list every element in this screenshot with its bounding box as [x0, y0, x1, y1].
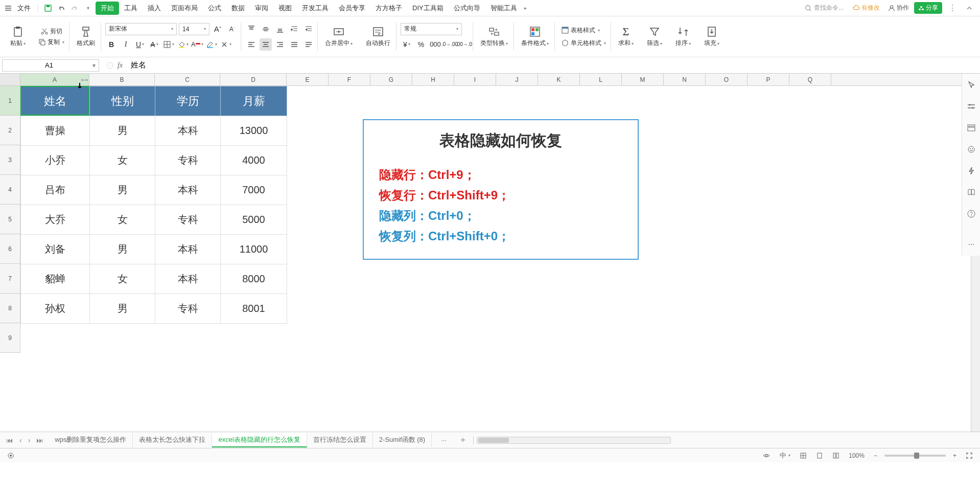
table-cell[interactable]: 5000 [221, 205, 287, 235]
view-pagebreak-icon[interactable] [830, 452, 842, 459]
justify-icon[interactable] [288, 38, 300, 51]
menu-tab-2[interactable]: 插入 [143, 2, 166, 15]
cells-area[interactable]: 姓名性别学历月薪曹操男本科13000小乔女专科4000吕布男本科7000大乔女专… [20, 86, 971, 353]
column-header-B[interactable]: B [89, 74, 155, 85]
borders-icon[interactable]: ▾ [162, 38, 175, 51]
table-cell[interactable]: 孙权 [21, 294, 90, 324]
column-header-E[interactable]: E [287, 74, 329, 85]
book-icon[interactable] [965, 186, 977, 198]
add-sheet-button[interactable]: ＋ [456, 435, 470, 445]
increase-font-icon[interactable]: A+ [212, 23, 224, 35]
menu-tab-13[interactable]: 智能工具 [485, 2, 522, 15]
row-header-3[interactable]: 3 [0, 145, 20, 175]
zoom-mode-icon[interactable]: 中▾ [778, 451, 792, 460]
table-cell[interactable]: 女 [90, 146, 155, 175]
lightning-icon[interactable] [965, 165, 977, 177]
cursor-tool-icon[interactable] [965, 79, 977, 91]
increase-decimal-icon[interactable]: .0→.00 [444, 38, 456, 51]
column-header-H[interactable]: H [412, 74, 454, 85]
table-cell[interactable]: 女 [90, 264, 155, 294]
view-page-icon[interactable] [814, 452, 825, 459]
column-expand-icon[interactable]: ⟷ [81, 77, 88, 82]
fx-icon[interactable]: fx [118, 61, 123, 70]
formula-input[interactable] [127, 61, 977, 70]
row-header-7[interactable]: 7 [0, 264, 20, 294]
align-top-icon[interactable] [245, 23, 258, 35]
align-right-icon[interactable] [274, 38, 286, 51]
more-menu-icon[interactable]: ⋮ [944, 3, 961, 13]
cut-button[interactable]: 剪切 [38, 26, 64, 37]
sheet-tab-4[interactable]: 2-Sumif函数 (8) [373, 433, 432, 447]
table-header[interactable]: 学历 [155, 86, 221, 116]
table-cell[interactable]: 本科 [155, 264, 221, 294]
table-cell[interactable]: 男 [90, 175, 155, 205]
table-cell[interactable]: 貂蝉 [21, 264, 90, 294]
paste-button[interactable]: 粘贴▾ [7, 25, 29, 49]
share-button[interactable]: 分享 [914, 2, 942, 14]
menu-tab-4[interactable]: 公式 [203, 2, 226, 15]
decrease-indent-icon[interactable] [288, 23, 300, 35]
save-icon[interactable] [42, 3, 54, 14]
menu-tab-8[interactable]: 开发工具 [297, 2, 334, 15]
table-header[interactable]: 姓名 [21, 86, 90, 116]
column-header-N[interactable]: N [664, 74, 706, 85]
column-header-M[interactable]: M [622, 74, 664, 85]
sheet-first-icon[interactable]: ⏮ [4, 435, 15, 445]
zoom-out-icon[interactable]: − [872, 452, 879, 459]
column-header-P[interactable]: P [748, 74, 789, 85]
tabs-overflow-icon[interactable]: ▸ [524, 5, 527, 11]
font-color-icon[interactable]: A▾ [191, 38, 203, 51]
collaboration-button[interactable]: 协作 [885, 3, 912, 13]
italic-icon[interactable]: I [120, 38, 132, 51]
command-search[interactable]: 查找命令... [801, 3, 848, 13]
column-header-C[interactable]: C [155, 74, 220, 85]
table-cell[interactable]: 曹操 [21, 116, 90, 146]
column-header-L[interactable]: L [580, 74, 622, 85]
menu-tab-5[interactable]: 数据 [226, 2, 250, 15]
bold-icon[interactable]: B [105, 38, 118, 51]
strikethrough-icon[interactable]: A▾ [148, 38, 160, 51]
fill-color-icon[interactable]: ▾ [177, 38, 189, 51]
table-header[interactable]: 月薪 [221, 86, 287, 116]
help-icon[interactable] [965, 208, 977, 220]
column-header-F[interactable]: F [329, 74, 370, 85]
view-normal-icon[interactable] [798, 452, 809, 459]
qat-dropdown-icon[interactable]: ▾ [82, 3, 94, 14]
menu-tab-10[interactable]: 方方格子 [370, 2, 407, 15]
distribute-icon[interactable] [302, 38, 315, 51]
table-cell[interactable]: 8000 [221, 264, 287, 294]
number-format-select[interactable]: 常规▾ [401, 23, 462, 35]
collapse-ribbon-icon[interactable] [963, 5, 976, 12]
sheets-overflow[interactable]: ··· [435, 434, 453, 446]
row-header-9[interactable]: 9 [0, 323, 20, 353]
menu-tab-6[interactable]: 审阅 [250, 2, 273, 15]
table-cell[interactable]: 刘备 [21, 235, 90, 264]
align-bottom-icon[interactable] [274, 23, 286, 35]
table-cell[interactable]: 本科 [155, 116, 221, 146]
table-cell[interactable]: 吕布 [21, 175, 90, 205]
currency-icon[interactable]: ¥▾ [401, 38, 413, 51]
sum-button[interactable]: Σ 求和▾ [615, 25, 637, 49]
merge-center-button[interactable]: 合并居中▾ [322, 25, 356, 49]
table-cell[interactable]: 4000 [221, 146, 287, 175]
redo-icon[interactable] [69, 3, 80, 14]
table-cell[interactable]: 小乔 [21, 146, 90, 175]
table-cell[interactable]: 本科 [155, 235, 221, 264]
row-header-5[interactable]: 5 [0, 205, 20, 234]
zoom-value[interactable]: 100% [847, 452, 867, 459]
sheet-prev-icon[interactable]: ‹ [17, 435, 24, 445]
align-left-icon[interactable] [245, 38, 258, 51]
percent-icon[interactable]: % [415, 38, 427, 51]
zoom-in-icon[interactable]: + [951, 452, 959, 459]
menu-tab-12[interactable]: 公式向导 [449, 2, 485, 15]
table-cell[interactable]: 专科 [155, 294, 221, 324]
row-header-2[interactable]: 2 [0, 116, 20, 145]
more-tools-icon[interactable]: ⋯ [965, 238, 977, 251]
undo-icon[interactable] [56, 3, 67, 14]
info-textbox[interactable]: 表格隐藏如何恢复 隐藏行：Ctrl+9；恢复行：Ctrl+Shift+9；隐藏列… [363, 119, 639, 260]
wrap-text-button[interactable]: 自动换行 [363, 25, 393, 49]
table-cell[interactable]: 11000 [221, 235, 287, 264]
table-header[interactable]: 性别 [90, 86, 155, 116]
table-cell[interactable]: 本科 [155, 175, 221, 205]
ai-icon[interactable] [965, 143, 977, 155]
